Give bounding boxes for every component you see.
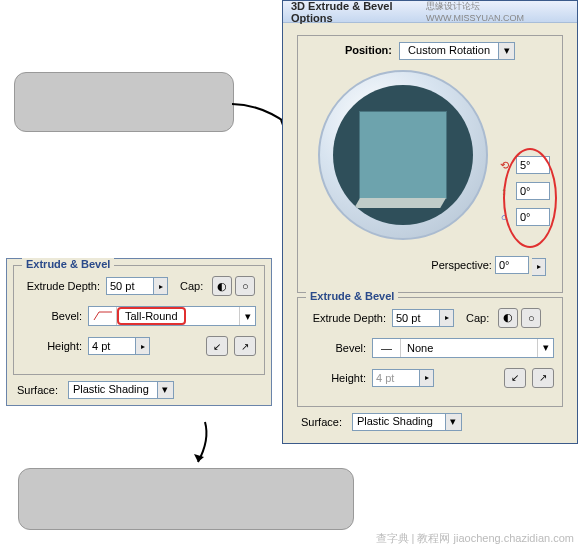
- depth-stepper[interactable]: ▸: [154, 277, 168, 295]
- preview-cube: [359, 111, 447, 199]
- chevron-down-icon[interactable]: ▾: [158, 381, 174, 399]
- rotate-x-input[interactable]: [516, 156, 550, 174]
- dialog-title: 3D Extrude & Bevel Options思缘设计论坛 WWW.MIS…: [283, 1, 577, 23]
- bevel-in-button[interactable]: ↙: [504, 368, 526, 388]
- cap-label: Cap:: [180, 280, 203, 292]
- rotate-z-icon: ○: [496, 209, 512, 225]
- surface-label: Surface:: [301, 416, 342, 428]
- cap-off-button[interactable]: ○: [235, 276, 255, 296]
- dialog-3d-extrude: 3D Extrude & Bevel Options思缘设计论坛 WWW.MIS…: [282, 0, 578, 444]
- section-title: Extrude & Bevel: [22, 258, 114, 270]
- cap-off-button[interactable]: ○: [521, 308, 541, 328]
- bevel-value: Tall-Round: [117, 307, 186, 325]
- bevel-thumb-icon: [89, 307, 117, 325]
- perspective-stepper[interactable]: ▸: [532, 258, 546, 276]
- depth-input[interactable]: [106, 277, 154, 295]
- height-input[interactable]: [88, 337, 136, 355]
- surface-select[interactable]: Plastic Shading: [352, 413, 446, 431]
- height-stepper[interactable]: ▸: [136, 337, 150, 355]
- bevel-value: None: [401, 342, 537, 354]
- height-label: Height:: [22, 340, 82, 352]
- cap-on-button[interactable]: ◐: [498, 308, 518, 328]
- chevron-down-icon[interactable]: ▾: [446, 413, 462, 431]
- bevel-out-button[interactable]: ↗: [234, 336, 256, 356]
- cap-on-button[interactable]: ◐: [212, 276, 232, 296]
- height-input: [372, 369, 420, 387]
- rotate-y-icon: ↕: [496, 183, 512, 199]
- rotate-x-icon: ⟲: [496, 157, 512, 173]
- rotate-y-input[interactable]: [516, 182, 550, 200]
- bevel-thumb-icon: —: [373, 339, 401, 357]
- chevron-down-icon[interactable]: ▾: [537, 339, 553, 357]
- chevron-down-icon[interactable]: ▾: [499, 42, 515, 60]
- cap-label: Cap:: [466, 312, 489, 324]
- bevel-in-button[interactable]: ↙: [206, 336, 228, 356]
- rotation-preview[interactable]: [318, 70, 488, 240]
- rotate-z-input[interactable]: [516, 208, 550, 226]
- watermark-bottom: 查字典 | 教程网 jiaocheng.chazidian.com: [376, 531, 575, 546]
- sample-shape-top: [14, 72, 234, 132]
- bevel-select[interactable]: — None ▾: [372, 338, 554, 358]
- depth-label: Extrude Depth:: [306, 312, 386, 324]
- height-label: Height:: [306, 372, 366, 384]
- perspective-label: Perspective:: [431, 259, 492, 271]
- extrude-panel-left: Extrude & Bevel Extrude Depth: ▸ Cap: ◐ …: [6, 258, 272, 406]
- bevel-select[interactable]: Tall-Round ▾: [88, 306, 256, 326]
- surface-select[interactable]: Plastic Shading: [68, 381, 158, 399]
- position-select[interactable]: Custom Rotation: [399, 42, 499, 60]
- depth-stepper[interactable]: ▸: [440, 309, 454, 327]
- depth-label: Extrude Depth:: [22, 280, 100, 292]
- chevron-down-icon[interactable]: ▾: [239, 307, 255, 325]
- section-title: Extrude & Bevel: [306, 290, 398, 302]
- bevel-label: Bevel:: [306, 342, 366, 354]
- depth-input[interactable]: [392, 309, 440, 327]
- height-stepper: ▸: [420, 369, 434, 387]
- sample-shape-bottom: [18, 468, 354, 530]
- bevel-label: Bevel:: [22, 310, 82, 322]
- position-label: Position:: [345, 44, 392, 56]
- perspective-input[interactable]: [495, 256, 529, 274]
- bevel-out-button[interactable]: ↗: [532, 368, 554, 388]
- surface-label: Surface:: [17, 384, 58, 396]
